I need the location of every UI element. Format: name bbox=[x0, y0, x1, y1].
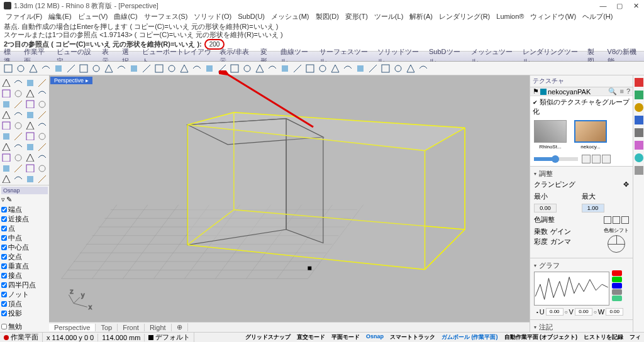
sidebar-tool[interactable] bbox=[0, 162, 12, 173]
toolbar-button[interactable] bbox=[342, 63, 353, 74]
osnap-item[interactable]: 点 bbox=[1, 224, 48, 233]
sidebar-tool[interactable] bbox=[24, 130, 36, 141]
viewport-area[interactable]: Perspective ▸ bbox=[49, 75, 530, 332]
viewport-canvas[interactable]: x z y bbox=[49, 75, 530, 322]
sidebar-tool[interactable] bbox=[24, 109, 36, 119]
sidebar-tool[interactable] bbox=[12, 141, 24, 152]
sidebar-tool[interactable] bbox=[24, 87, 36, 98]
sidebar-tool[interactable] bbox=[0, 98, 12, 109]
status-toggle[interactable]: フィ bbox=[626, 333, 644, 341]
sidebar-tool[interactable] bbox=[24, 152, 36, 162]
toolbar-button[interactable] bbox=[418, 63, 429, 74]
osnap-item[interactable]: ノット bbox=[1, 290, 48, 299]
viewport-tab[interactable]: Perspective bbox=[49, 324, 96, 331]
w-value[interactable]: 0.00 bbox=[606, 308, 623, 316]
sidebar-tool[interactable] bbox=[24, 173, 36, 184]
sidebar-tool[interactable] bbox=[0, 141, 12, 152]
sidebar-tool[interactable] bbox=[24, 141, 36, 152]
sidebar-tool[interactable] bbox=[12, 77, 24, 87]
panel-env-icon[interactable] bbox=[635, 153, 643, 162]
toolbar-button[interactable] bbox=[267, 63, 278, 74]
osnap-disabled[interactable]: 無効 bbox=[1, 322, 48, 331]
sidebar-tool[interactable] bbox=[12, 162, 24, 173]
sidebar-tool[interactable] bbox=[24, 119, 36, 130]
toolbar-button[interactable] bbox=[304, 63, 316, 74]
graph-swatches[interactable] bbox=[612, 270, 622, 307]
osnap-item[interactable]: 接点 bbox=[1, 271, 48, 280]
osnap-item[interactable]: 中心点 bbox=[1, 243, 48, 252]
current-layer[interactable]: デフォルト bbox=[155, 333, 190, 342]
thumb-size-slider[interactable] bbox=[534, 157, 578, 161]
menu-item[interactable]: SubD(U) bbox=[235, 13, 268, 20]
toolbar-button[interactable] bbox=[279, 63, 291, 74]
notes-header[interactable]: 注記 bbox=[534, 323, 629, 332]
layer-swatch[interactable] bbox=[148, 335, 153, 340]
toolbar-button[interactable] bbox=[330, 63, 341, 74]
osnap-item[interactable]: 中点 bbox=[1, 233, 48, 243]
toolbar-button[interactable] bbox=[254, 63, 265, 74]
record-icon[interactable] bbox=[4, 335, 9, 340]
panel-layers-icon[interactable] bbox=[635, 116, 643, 124]
osnap-item[interactable]: 垂直点 bbox=[1, 262, 48, 271]
osnap-item[interactable]: 投影 bbox=[1, 309, 48, 318]
sidebar-tool[interactable] bbox=[12, 98, 24, 109]
menu-item[interactable]: ソリッド(O) bbox=[191, 12, 235, 21]
adjust-header[interactable]: 調整 bbox=[534, 169, 629, 179]
toolbar-button[interactable] bbox=[3, 63, 14, 74]
menu-item[interactable]: 解析(A) bbox=[406, 12, 436, 21]
clamping-center-icon[interactable]: ✥ bbox=[623, 180, 629, 189]
close-button[interactable]: ✕ bbox=[631, 1, 640, 10]
sidebar-tool[interactable] bbox=[36, 162, 48, 173]
help-icon[interactable]: ? bbox=[626, 87, 630, 96]
toolbar-button[interactable] bbox=[28, 63, 39, 74]
adj-opt1-icon[interactable] bbox=[604, 216, 611, 224]
sidebar-tool[interactable] bbox=[12, 109, 24, 119]
menu-item[interactable]: 製図(D) bbox=[313, 12, 342, 21]
toolbar-button[interactable] bbox=[141, 63, 152, 74]
menu-item[interactable]: 編集(E) bbox=[45, 12, 75, 21]
status-toggle[interactable]: 自動作業平面 (オブジェクト) bbox=[501, 333, 581, 341]
menu-item[interactable]: ビュー(V) bbox=[75, 12, 111, 21]
toolbar-button[interactable] bbox=[191, 63, 203, 74]
toolbar-button[interactable] bbox=[216, 63, 228, 74]
graph-header[interactable]: グラフ bbox=[534, 261, 629, 270]
status-toggle[interactable]: Osnap bbox=[363, 333, 387, 341]
status-toggle[interactable]: グリッドスナップ bbox=[242, 333, 294, 341]
texture-thumb-2[interactable]: nekocy... bbox=[573, 120, 608, 150]
toolbar-button[interactable] bbox=[65, 63, 77, 74]
sidebar-tool[interactable] bbox=[36, 77, 48, 87]
viewport-add-tab[interactable]: ⊕ bbox=[172, 323, 188, 331]
toolbar-button[interactable] bbox=[103, 63, 114, 74]
status-toggle[interactable]: ガムボール (作業平面) bbox=[438, 333, 501, 341]
panel-sun-icon[interactable] bbox=[635, 103, 643, 112]
viewport-tab[interactable]: Front bbox=[118, 324, 145, 331]
sidebar-tool[interactable] bbox=[0, 173, 12, 184]
view-list-icon[interactable] bbox=[592, 155, 601, 163]
status-toggle[interactable]: 直交モード bbox=[294, 333, 328, 341]
menu-item[interactable]: Lumion® bbox=[493, 13, 527, 20]
cplane-label[interactable]: 作業平面 bbox=[11, 333, 38, 342]
menu-item[interactable]: ファイル(F) bbox=[3, 12, 45, 21]
sidebar-tool[interactable] bbox=[12, 87, 24, 98]
viewport-tab[interactable]: Right bbox=[145, 324, 172, 331]
sidebar-tool[interactable] bbox=[0, 130, 12, 141]
sidebar-tool[interactable] bbox=[36, 119, 48, 130]
toolbar-button[interactable] bbox=[128, 63, 140, 74]
sidebar-tool[interactable] bbox=[12, 173, 24, 184]
min-value[interactable]: 0.00 bbox=[534, 204, 557, 212]
toolbar-button[interactable] bbox=[15, 63, 26, 74]
max-value[interactable]: 1.00 bbox=[582, 204, 604, 212]
menu-icon[interactable]: ≡ bbox=[619, 87, 623, 96]
toolbar-button[interactable] bbox=[355, 63, 366, 74]
panel-display-icon[interactable] bbox=[635, 166, 643, 175]
toolbar-button[interactable] bbox=[292, 63, 303, 74]
status-toggle[interactable]: スマートトラック bbox=[387, 333, 438, 341]
menu-item[interactable]: ヘルプ(H) bbox=[579, 12, 616, 21]
osnap-filter-icon[interactable]: ▿ bbox=[1, 196, 5, 204]
sidebar-tool[interactable] bbox=[24, 162, 36, 173]
toolbar-button[interactable] bbox=[78, 63, 89, 74]
sidebar-tool[interactable] bbox=[0, 87, 12, 98]
status-toggle[interactable]: 平面モード bbox=[328, 333, 363, 341]
sidebar-tool[interactable] bbox=[0, 119, 12, 130]
group-similar-label[interactable]: 類似のテクスチャをグループ化 bbox=[533, 98, 630, 115]
